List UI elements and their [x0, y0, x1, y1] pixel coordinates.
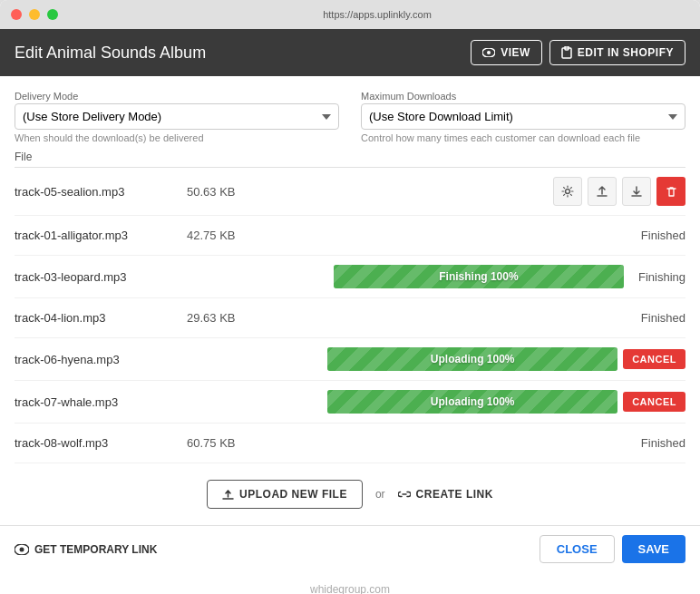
- settings-button[interactable]: [553, 177, 582, 206]
- create-link-label: CREATE LINK: [416, 488, 493, 501]
- file-actions: Finishing 100% Finishing: [277, 265, 685, 288]
- file-name: track-03-leopard.mp3: [15, 270, 187, 284]
- file-name: track-04-lion.mp3: [15, 311, 187, 325]
- upload-new-file-button[interactable]: UPLOAD NEW FILE: [207, 480, 363, 509]
- footer-bar: GET TEMPORARY LINK CLOSE SAVE: [0, 525, 700, 572]
- table-row: track-05-sealion.mp3 50.63 KB: [15, 168, 685, 216]
- title-bar: https://apps.uplinkly.com: [0, 0, 700, 29]
- link-icon: [398, 490, 411, 499]
- trash-icon: [666, 186, 677, 198]
- cancel-button[interactable]: CANCEL: [623, 392, 685, 412]
- status-badge: Finished: [641, 311, 685, 325]
- table-row: track-06-hyena.mp3 Uploading 100% CANCEL: [15, 338, 685, 381]
- file-list: track-05-sealion.mp3 50.63 KB: [15, 168, 685, 463]
- file-size: 29.63 KB: [187, 311, 277, 325]
- header-buttons: VIEW EDIT IN SHOPIFY: [471, 40, 685, 65]
- footer-right-buttons: CLOSE SAVE: [540, 535, 685, 563]
- download-icon: [630, 185, 643, 198]
- eye-icon: [482, 48, 495, 57]
- delivery-mode-group: Delivery Mode (Use Store Delivery Mode) …: [15, 91, 339, 143]
- file-name: track-06-hyena.mp3: [15, 353, 187, 366]
- upload-icon: [596, 185, 608, 198]
- table-row: track-08-wolf.mp3 60.75 KB Finished: [15, 424, 685, 463]
- file-name: track-08-wolf.mp3: [15, 436, 187, 450]
- file-size: 50.63 KB: [187, 185, 277, 199]
- progress-label: Finishing 100%: [439, 270, 518, 283]
- file-actions: Uploading 100% CANCEL: [277, 347, 685, 371]
- eye-icon: [15, 544, 29, 555]
- delivery-mode-hint: When should the download(s) be delivered: [15, 132, 339, 143]
- file-size: 42.75 KB: [187, 229, 277, 242]
- file-actions: Finished: [277, 436, 685, 450]
- get-temp-link-button[interactable]: GET TEMPORARY LINK: [15, 543, 157, 556]
- window-maximize-button[interactable]: [47, 9, 58, 20]
- table-row: track-04-lion.mp3 29.63 KB Finished: [15, 298, 685, 338]
- content-area: Delivery Mode (Use Store Delivery Mode) …: [0, 76, 700, 525]
- create-link-button[interactable]: CREATE LINK: [398, 488, 493, 501]
- svg-point-1: [487, 51, 491, 54]
- status-badge: Finished: [641, 436, 685, 450]
- max-downloads-select[interactable]: (Use Store Download Limit): [361, 103, 685, 130]
- window-minimize-button[interactable]: [29, 9, 40, 20]
- temp-link-label: GET TEMPORARY LINK: [34, 543, 157, 556]
- max-downloads-label: Maximum Downloads: [361, 91, 685, 102]
- file-actions: Uploading 100% CANCEL: [277, 390, 685, 414]
- cancel-button[interactable]: CANCEL: [623, 349, 685, 369]
- upload-row: UPLOAD NEW FILE or CREATE LINK: [15, 463, 685, 525]
- progress-bar: Finishing 100%: [334, 265, 624, 288]
- download-button[interactable]: [622, 177, 651, 206]
- or-label: or: [375, 488, 385, 501]
- file-col-header: File: [15, 147, 685, 168]
- page-title: Edit Animal Sounds Album: [15, 44, 206, 63]
- table-row: track-01-alligator.mp3 42.75 KB Finished: [15, 216, 685, 256]
- file-name: track-05-sealion.mp3: [15, 185, 187, 199]
- view-button[interactable]: VIEW: [471, 40, 542, 65]
- delete-button[interactable]: [656, 177, 685, 206]
- file-actions: Finished: [277, 311, 685, 325]
- window-close-button[interactable]: [11, 9, 22, 20]
- progress-label: Uploading 100%: [431, 395, 515, 408]
- file-name: track-07-whale.mp3: [15, 395, 187, 409]
- url-bar: https://apps.uplinkly.com: [65, 9, 689, 20]
- progress-bar: Uploading 100%: [327, 390, 617, 414]
- progress-bar: Uploading 100%: [327, 347, 617, 371]
- file-actions: [277, 177, 685, 206]
- gear-icon: [561, 185, 574, 198]
- edit-shopify-button[interactable]: EDIT IN SHOPIFY: [549, 40, 685, 65]
- max-downloads-group: Maximum Downloads (Use Store Download Li…: [361, 91, 685, 143]
- close-button[interactable]: CLOSE: [540, 535, 615, 563]
- delivery-mode-select[interactable]: (Use Store Delivery Mode): [15, 103, 339, 130]
- svg-point-4: [566, 190, 570, 194]
- max-downloads-hint: Control how many times each customer can…: [361, 132, 685, 143]
- file-name: track-01-alligator.mp3: [15, 229, 187, 242]
- settings-row: Delivery Mode (Use Store Delivery Mode) …: [15, 91, 685, 143]
- status-badge: Finished: [641, 229, 685, 242]
- watermark: whidegroup.com: [0, 572, 700, 594]
- app-window: https://apps.uplinkly.com Edit Animal So…: [0, 0, 700, 594]
- upload-icon: [222, 489, 234, 501]
- table-row: track-07-whale.mp3 Uploading 100% CANCEL: [15, 381, 685, 424]
- svg-point-6: [20, 547, 24, 551]
- status-badge: Finishing: [638, 270, 685, 284]
- delivery-mode-label: Delivery Mode: [15, 91, 339, 102]
- save-button[interactable]: SAVE: [622, 535, 685, 563]
- shopify-icon: [561, 46, 572, 59]
- progress-label: Uploading 100%: [431, 353, 515, 365]
- upload-button[interactable]: [588, 177, 617, 206]
- upload-new-file-label: UPLOAD NEW FILE: [239, 488, 347, 501]
- file-size: 60.75 KB: [187, 436, 277, 450]
- file-actions: Finished: [277, 229, 685, 242]
- app-header: Edit Animal Sounds Album VIEW EDIT IN SH…: [0, 29, 700, 76]
- table-row: track-03-leopard.mp3 Finishing 100% Fini…: [15, 256, 685, 298]
